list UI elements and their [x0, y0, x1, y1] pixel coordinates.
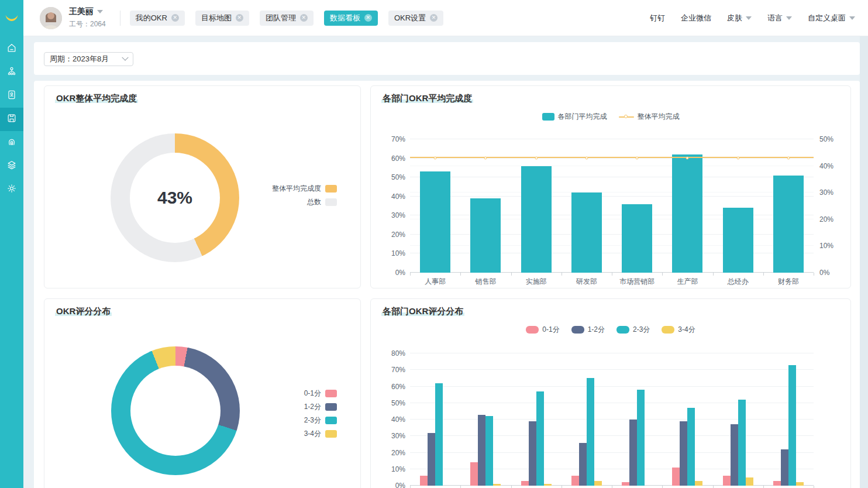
x-axis-label: 研发部 — [576, 277, 597, 287]
overall-completion-donut[interactable]: 43% — [111, 133, 239, 262]
x-axis-tick — [814, 486, 814, 488]
legend-item[interactable]: 1-2分 — [571, 325, 605, 335]
bar-0-1分[interactable] — [773, 481, 781, 486]
bar-0-1分[interactable] — [571, 476, 579, 486]
bar-人事部[interactable] — [420, 171, 450, 273]
bar-3-4分[interactable] — [796, 482, 804, 486]
tab-data-dashboard[interactable]: 数据看板 ✕ — [324, 11, 378, 26]
tab-okr-settings[interactable]: OKR设置 ✕ — [388, 11, 443, 26]
tab-goal-map[interactable]: 目标地图 ✕ — [195, 11, 249, 26]
legend-item[interactable]: 0-1分 — [526, 325, 559, 335]
sidebar-item-fingerprint[interactable] — [0, 131, 23, 154]
chevron-down-icon — [746, 16, 752, 20]
bar-实施部[interactable] — [521, 166, 552, 273]
scrollbar-track[interactable] — [860, 36, 868, 488]
sidebar-item-org[interactable] — [0, 61, 23, 84]
bar-0-1分[interactable] — [622, 482, 629, 486]
menu-language[interactable]: 语言 — [767, 13, 792, 23]
legend-item[interactable]: 3-4分 — [662, 325, 695, 335]
bar-1-2分[interactable] — [680, 421, 687, 486]
line-marker[interactable] — [585, 156, 588, 159]
bar-1-2分[interactable] — [529, 421, 536, 486]
bar-0-1分[interactable] — [470, 462, 478, 486]
bar-3-4分[interactable] — [594, 481, 602, 486]
sidebar-item-settings[interactable] — [0, 178, 23, 201]
legend-item[interactable]: 2-3分 — [616, 325, 650, 335]
chevron-down-icon[interactable] — [97, 10, 103, 13]
menu-skin[interactable]: 皮肤 — [727, 13, 752, 23]
bar-市场营销部[interactable] — [622, 204, 652, 273]
bar-1-2分[interactable] — [781, 449, 788, 486]
bar-3-4分[interactable] — [493, 484, 501, 486]
gridline — [410, 386, 814, 387]
user-avatar[interactable] — [40, 7, 62, 29]
legend-label: 0-1分 — [542, 325, 559, 335]
bar-0-1分[interactable] — [723, 476, 731, 486]
line-marker[interactable] — [787, 156, 790, 159]
score-distribution-donut[interactable] — [111, 346, 240, 475]
bar-2-3分[interactable] — [587, 378, 594, 486]
bar-3-4分[interactable] — [544, 484, 552, 486]
line-marker[interactable] — [686, 156, 689, 159]
overall-average-line[interactable] — [410, 157, 814, 158]
sidebar-item-layers[interactable] — [0, 154, 23, 178]
layers-icon — [6, 159, 18, 173]
bar-2-3分[interactable] — [637, 390, 645, 486]
sidebar-item-dashboard[interactable] — [0, 108, 23, 131]
line-marker[interactable] — [636, 156, 639, 159]
plot-area: 0%10%20%30%40%50%60%70%0%10%20%30%40%50%… — [410, 139, 814, 273]
line-marker[interactable] — [736, 156, 739, 159]
bar-1-2分[interactable] — [731, 424, 738, 486]
legend-item[interactable]: 0-1分 — [304, 389, 337, 398]
bar-1-2分[interactable] — [579, 443, 587, 486]
bar-0-1分[interactable] — [672, 468, 680, 486]
legend-item[interactable]: 3-4分 — [304, 429, 337, 439]
legend-item[interactable]: 整体平均完成 — [619, 112, 680, 122]
bar-1-2分[interactable] — [428, 433, 435, 486]
close-icon[interactable]: ✕ — [300, 14, 308, 22]
bar-2-3分[interactable] — [435, 383, 443, 486]
bar-2-3分[interactable] — [485, 416, 493, 486]
sidebar-item-home[interactable] — [0, 37, 23, 61]
legend-item[interactable]: 各部门平均完成 — [542, 112, 607, 122]
bar-2-3分[interactable] — [536, 391, 544, 486]
legend-item[interactable]: 整体平均完成度 — [272, 184, 337, 194]
bar-2-3分[interactable] — [687, 408, 695, 486]
panel-title: OKR整体平均完成度 — [55, 93, 138, 104]
bar-2-3分[interactable] — [738, 400, 746, 486]
close-icon[interactable]: ✕ — [430, 14, 438, 22]
bar-财务部[interactable] — [773, 176, 804, 273]
bar-0-1分[interactable] — [521, 481, 529, 486]
bar-2-3分[interactable] — [788, 365, 796, 486]
bar-生产部[interactable] — [672, 154, 702, 273]
bar-0-1分[interactable] — [420, 476, 428, 486]
bar-1-2分[interactable] — [629, 420, 637, 486]
bar-总经办[interactable] — [723, 208, 753, 273]
bar-销售部[interactable] — [470, 198, 501, 273]
close-icon[interactable]: ✕ — [171, 14, 179, 22]
period-select[interactable]: 周期：2023年8月 — [44, 52, 133, 66]
bar-3-4分[interactable] — [746, 477, 753, 486]
bar-研发部[interactable] — [571, 193, 602, 273]
menu-wecom[interactable]: 企业微信 — [681, 13, 711, 23]
legend-item[interactable]: 总数 — [307, 197, 337, 207]
sidebar-item-profile-doc[interactable] — [0, 84, 23, 108]
panel-title: OKR评分分布 — [55, 306, 112, 317]
tab-team-management[interactable]: 团队管理 ✕ — [260, 11, 314, 26]
bar-3-4分[interactable] — [695, 481, 702, 486]
top-header: 王美丽 工号：2064 我的OKR ✕ 目标地图 ✕ 团队管理 ✕ 数据看板 ✕… — [23, 0, 868, 36]
user-block[interactable]: 王美丽 工号：2064 — [69, 6, 106, 29]
document-user-icon — [6, 89, 18, 103]
smile-logo-icon[interactable] — [0, 0, 23, 36]
legend-item[interactable]: 2-3分 — [304, 415, 337, 425]
line-marker[interactable] — [434, 156, 437, 159]
close-icon[interactable]: ✕ — [364, 14, 372, 22]
close-icon[interactable]: ✕ — [236, 14, 243, 22]
tab-my-okr[interactable]: 我的OKR ✕ — [130, 11, 185, 26]
menu-dingtalk[interactable]: 钉钉 — [650, 13, 665, 23]
line-marker[interactable] — [535, 156, 538, 159]
menu-custom-desktop[interactable]: 自定义桌面 — [808, 13, 855, 23]
line-marker[interactable] — [484, 156, 487, 159]
bar-1-2分[interactable] — [478, 415, 485, 486]
legend-item[interactable]: 1-2分 — [304, 402, 337, 412]
